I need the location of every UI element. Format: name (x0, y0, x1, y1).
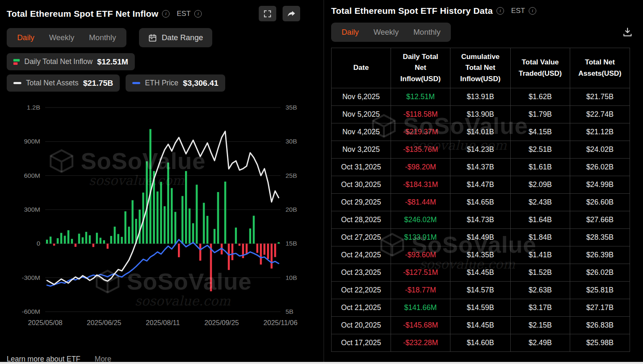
daily-inflow-cell: -$118.58M (391, 106, 450, 123)
legend-daily-net-inflow[interactable]: Daily Total Net Inflow $12.51M (7, 53, 135, 70)
daily-inflow-cell: -$127.51M (391, 264, 450, 282)
svg-text:2025/09/25: 2025/09/25 (204, 319, 239, 326)
etf-chart[interactable]: 1.2B35B900M30B600M25B300M20B015B-300M10B… (0, 96, 317, 331)
svg-text:10B: 10B (285, 274, 297, 281)
svg-text:2025/05/08: 2025/05/08 (28, 319, 63, 326)
tab-weekly[interactable]: Weekly (49, 33, 74, 42)
value-traded-cell: $3.17B (511, 299, 570, 317)
tab-daily[interactable]: Daily (17, 33, 34, 42)
date-cell: Nov 3,2025 (332, 141, 391, 159)
info-icon[interactable]: i (496, 7, 504, 15)
svg-text:2025/06/25: 2025/06/25 (87, 319, 121, 326)
value-traded-cell: $1.79B (511, 106, 570, 123)
net-assets-cell: $28.35B (570, 229, 630, 246)
timezone-info-icon[interactable]: i (529, 7, 536, 15)
timezone-info-icon[interactable]: i (194, 10, 202, 18)
table-row: Oct 17,2025-$232.28M$14.60B$2.49B$25.98B (332, 334, 630, 352)
net-assets-cell: $26.02B (570, 159, 630, 176)
blue-line-icon (132, 82, 140, 84)
bottom-divider (0, 362, 643, 364)
col-net-assets: Total Net Assets(USD) (570, 48, 630, 88)
table-row: Oct 24,2025-$93.60M$14.35B$1.41B$26.39B (332, 246, 630, 264)
col-value-traded: Total Value Traded(USD) (511, 48, 570, 88)
tab-daily[interactable]: Daily (342, 28, 359, 37)
daily-inflow-cell: -$18.77M (391, 282, 450, 299)
table-row: Oct 20,2025-$145.68M$14.45B$2.15B$26.83B (332, 317, 630, 334)
chart-period-tabs: Daily Weekly Monthly (7, 28, 126, 47)
tab-monthly[interactable]: Monthly (89, 33, 116, 42)
cumulative-inflow-cell: $14.35B (450, 246, 511, 264)
value-traded-cell: $1.62B (511, 88, 570, 106)
net-assets-cell: $21.12B (570, 123, 630, 141)
net-assets-cell: $25.98B (570, 334, 630, 352)
cumulative-inflow-cell: $14.73B (450, 211, 511, 229)
value-traded-cell: $1.84B (511, 229, 570, 246)
date-range-label: Date Range (162, 33, 203, 42)
net-assets-cell: $25.81B (570, 282, 630, 299)
svg-text:-300M: -300M (22, 274, 40, 281)
cumulative-inflow-cell: $14.49B (450, 229, 511, 246)
value-traded-cell: $2.15B (511, 317, 570, 334)
svg-text:1.2B: 1.2B (27, 104, 40, 111)
info-icon[interactable]: i (162, 10, 170, 18)
table-row: Oct 30,2025-$184.31M$14.47B$2.09B$24.99B (332, 176, 630, 194)
date-cell: Oct 27,2025 (332, 229, 391, 246)
history-title: Total Ethereum Spot ETF History Data (331, 6, 493, 16)
history-header: Total Ethereum Spot ETF History Data i E… (331, 0, 643, 18)
net-inflow-header: Total Ethereum Spot ETF Net Inflow i EST… (0, 0, 317, 23)
date-cell: Oct 22,2025 (332, 282, 391, 299)
cumulative-inflow-cell: $14.37B (450, 159, 511, 176)
chart-legend: Daily Total Net Inflow $12.51M Total Net… (0, 51, 317, 92)
legend-total-net-assets[interactable]: Total Net Assets $21.75B (7, 74, 120, 92)
tab-weekly[interactable]: Weekly (373, 28, 399, 37)
history-table-body: Nov 6,2025$12.51M$13.91B$1.62B$21.75BNov… (332, 88, 630, 352)
value-traded-cell: $1.64B (511, 211, 570, 229)
value-traded-cell: $1.41B (511, 246, 570, 264)
table-row: Oct 28,2025$246.02M$14.73B$1.64B$27.66B (332, 211, 630, 229)
cumulative-inflow-cell: $14.57B (450, 282, 511, 299)
svg-text:35B: 35B (285, 104, 297, 111)
daily-inflow-cell: -$81.44M (391, 194, 450, 211)
fullscreen-icon (263, 9, 272, 18)
cumulative-inflow-cell: $14.59B (450, 299, 511, 317)
table-row: Oct 22,2025-$18.77M$14.57B$2.63B$25.81B (332, 282, 630, 299)
net-inflow-panel: Total Ethereum Spot ETF Net Inflow i EST… (0, 0, 317, 364)
date-cell: Oct 29,2025 (332, 194, 391, 211)
value-traded-cell: $2.63B (511, 282, 570, 299)
cumulative-inflow-cell: $14.60B (450, 334, 511, 352)
value-traded-cell: $1.52B (511, 264, 570, 282)
date-cell: Nov 5,2025 (332, 106, 391, 123)
svg-text:15B: 15B (285, 240, 297, 247)
date-cell: Oct 20,2025 (332, 317, 391, 334)
tab-monthly[interactable]: Monthly (413, 28, 440, 37)
cumulative-inflow-cell: $14.45B (450, 264, 511, 282)
date-range-button[interactable]: Date Range (139, 28, 212, 47)
date-cell: Oct 24,2025 (332, 246, 391, 264)
download-button[interactable] (622, 27, 633, 38)
col-date: Date (332, 48, 391, 88)
value-traded-cell: $2.43B (511, 194, 570, 211)
table-row: Oct 21,2025$141.66M$14.59B$3.17B$27.17B (332, 299, 630, 317)
table-row: Nov 3,2025-$135.76M$14.23B$2.51B$24.02B (332, 141, 630, 159)
date-cell: Oct 31,2025 (332, 159, 391, 176)
net-assets-cell: $26.83B (570, 317, 630, 334)
legend-eth-price[interactable]: ETH Price $3,306.41 (126, 74, 225, 92)
fullscreen-button[interactable] (259, 6, 276, 21)
daily-inflow-cell: -$135.76M (391, 141, 450, 159)
daily-inflow-cell: -$232.28M (391, 334, 450, 352)
legend-value: $12.51M (97, 57, 128, 67)
net-assets-cell: $27.17B (570, 299, 630, 317)
date-cell: Nov 6,2025 (332, 88, 391, 106)
legend-label: ETH Price (145, 79, 178, 87)
legend-value: $3,306.41 (183, 79, 219, 88)
share-button[interactable] (283, 6, 300, 21)
white-line-icon (13, 82, 21, 84)
history-period-tabs: Daily Weekly Monthly (331, 23, 451, 42)
legend-label: Total Net Assets (26, 79, 78, 87)
svg-text:25B: 25B (285, 172, 297, 179)
cumulative-inflow-cell: $14.47B (450, 176, 511, 194)
table-row: Nov 6,2025$12.51M$13.91B$1.62B$21.75B (332, 88, 630, 106)
value-traded-cell: $4.15B (511, 123, 570, 141)
svg-text:900M: 900M (24, 138, 40, 145)
table-row: Nov 4,2025-$219.37M$14.01B$4.15B$21.12B (332, 123, 630, 141)
